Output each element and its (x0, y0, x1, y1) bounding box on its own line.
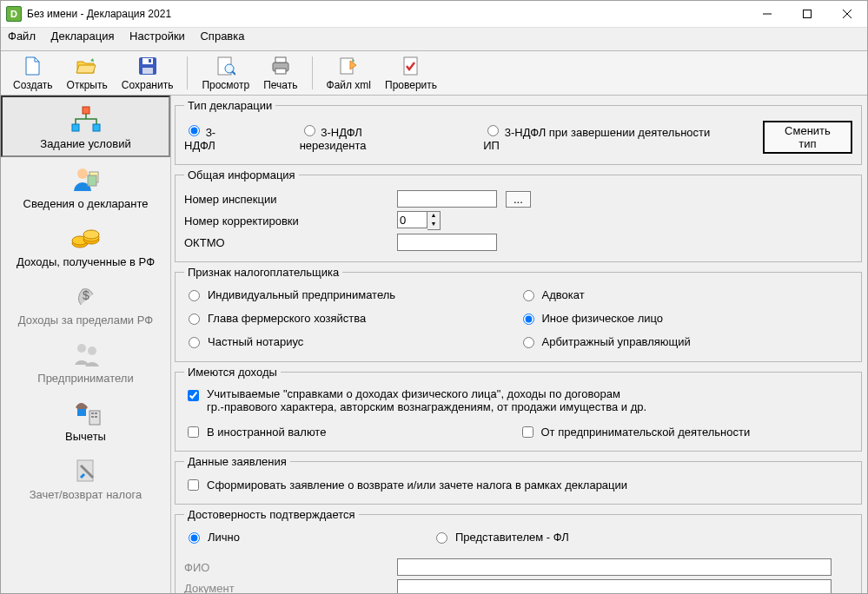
radio-other-individual[interactable]: Иное физическое лицо (519, 311, 664, 325)
nav-offset-label: Зачет/возврат налога (30, 488, 142, 501)
toolbar-save[interactable]: Сохранить (122, 55, 174, 91)
svg-rect-6 (142, 68, 153, 74)
toolbar-check[interactable]: Проверить (385, 55, 437, 91)
radio-arbitration[interactable]: Арбитражный управляющий (519, 334, 691, 348)
correction-spin-down[interactable]: ▼ (427, 221, 440, 229)
minimize-button[interactable] (747, 1, 787, 27)
nav-income-rf-label: Доходы, полученные в РФ (17, 255, 155, 268)
window-title: Без имени - Декларация 2021 (27, 8, 171, 20)
declarant-icon (69, 164, 103, 195)
radio-3ndfl[interactable]: 3-НДФЛ (184, 122, 246, 152)
close-button[interactable] (827, 1, 867, 27)
svg-rect-34 (91, 416, 94, 418)
change-type-button[interactable]: Сменить тип (763, 121, 852, 154)
nav-income-rf[interactable]: Доходы, полученные в РФ (1, 215, 170, 274)
menu-file[interactable]: Файл (8, 30, 36, 43)
app-icon: D (6, 6, 22, 22)
svg-rect-13 (275, 69, 286, 74)
nav-offset[interactable]: Зачет/возврат налога (1, 448, 170, 506)
new-file-icon (22, 55, 44, 77)
svg-rect-30 (77, 409, 86, 416)
open-folder-icon (76, 55, 98, 77)
check-income-certificates[interactable]: Учитываемые "справками о доходах физичес… (184, 387, 646, 413)
label-inspection: Номер инспекции (184, 193, 397, 206)
deductions-icon (69, 397, 103, 428)
group-taxpayer-type: Признак налогоплательщика Индивидуальный… (175, 266, 862, 362)
nav-declarant-label: Сведения о декларанте (23, 197, 149, 210)
content-area: Тип декларации 3-НДФЛ 3-НДФЛ нерезидента… (171, 96, 867, 593)
toolbar: Создать Открыть Сохранить Просмотр Печат… (1, 50, 867, 96)
input-document (397, 579, 832, 593)
body: Задание условий Сведения о декларанте До… (1, 96, 867, 593)
legend-declaration-type: Тип декларации (184, 99, 275, 112)
svg-rect-35 (95, 416, 97, 418)
label-oktmo: ОКТМО (184, 236, 397, 249)
correction-spin-up[interactable]: ▲ (427, 212, 440, 221)
svg-rect-32 (91, 412, 94, 414)
nav-deductions[interactable]: Вычеты (1, 390, 170, 448)
svg-text:$: $ (83, 288, 89, 302)
titlebar: D Без имени - Декларация 2021 (1, 1, 867, 28)
svg-point-26 (83, 230, 99, 239)
radio-lawyer[interactable]: Адвокат (519, 287, 585, 301)
svg-line-10 (232, 71, 235, 75)
pick-inspection-button[interactable]: ... (506, 191, 531, 208)
nav-deductions-label: Вычеты (65, 430, 106, 443)
nav-income-abroad[interactable]: $ Доходы за пределами РФ (1, 274, 170, 332)
svg-rect-16 (83, 107, 89, 114)
input-correction[interactable] (397, 211, 427, 228)
preview-icon (215, 55, 237, 77)
print-icon (269, 55, 292, 77)
label-correction: Номер корректировки (184, 214, 397, 228)
group-has-income: Имеются доходы Учитываемые "справками о … (175, 366, 862, 452)
radio-farm[interactable]: Глава фермерского хозяйства (184, 311, 366, 325)
offset-icon (69, 455, 103, 486)
nav-conditions[interactable]: Задание условий (1, 96, 170, 157)
menu-help[interactable]: Справка (200, 30, 244, 43)
svg-point-19 (77, 168, 88, 179)
legend-general: Общая информация (184, 168, 299, 182)
check-foreign-currency[interactable]: В иностранной валюте (184, 424, 326, 440)
label-fio: ФИО (184, 561, 397, 574)
toolbar-preview[interactable]: Просмотр (202, 55, 249, 91)
nav-entrepreneurs[interactable]: Предприниматели (1, 332, 170, 390)
save-icon (136, 55, 159, 77)
input-fio (397, 558, 832, 576)
svg-rect-12 (275, 57, 286, 63)
radio-3ndfl-nonres[interactable]: 3-НДФЛ нерезидента (300, 122, 429, 152)
toolbar-filexml[interactable]: Файл xml (327, 55, 372, 91)
maximize-button[interactable] (787, 1, 827, 27)
input-inspection[interactable] (397, 190, 497, 208)
radio-notary[interactable]: Частный нотариус (184, 334, 303, 348)
radio-3ndfl-ip-close[interactable]: 3-НДФЛ при завершении деятельности ИП (483, 122, 725, 152)
main-window: D Без имени - Декларация 2021 Файл Декла… (0, 0, 868, 594)
check-icon (400, 55, 422, 77)
nav-entrepreneurs-label: Предприниматели (37, 372, 133, 385)
input-oktmo[interactable] (397, 234, 497, 251)
menu-settings[interactable]: Настройки (129, 30, 185, 43)
radio-auth-self[interactable]: Лично (184, 530, 240, 544)
xml-file-icon (337, 55, 360, 77)
nav-conditions-label: Задание условий (40, 137, 130, 150)
svg-rect-5 (142, 58, 153, 64)
radio-auth-representative[interactable]: Представителем - ФЛ (432, 530, 569, 544)
conditions-icon (69, 104, 103, 135)
label-document: Документ (184, 582, 397, 594)
group-authenticity: Достоверность подтверждается Лично Предс… (175, 508, 862, 593)
entrepreneurs-icon (69, 339, 103, 370)
legend-auth: Достоверность подтверждается (184, 508, 359, 521)
toolbar-print[interactable]: Печать (263, 55, 297, 91)
svg-rect-7 (149, 59, 151, 63)
nav-declarant[interactable]: Сведения о декларанте (1, 157, 170, 215)
radio-ip[interactable]: Индивидуальный предприниматель (184, 287, 395, 301)
group-application-data: Данные заявления Сформировать заявление … (175, 455, 862, 505)
toolbar-create[interactable]: Создать (13, 55, 53, 91)
toolbar-open[interactable]: Открыть (67, 55, 108, 91)
check-entrepreneurial[interactable]: От предпринимательской деятельности (519, 424, 751, 440)
svg-rect-21 (88, 175, 96, 186)
menu-declaration[interactable]: Декларация (51, 30, 115, 43)
svg-point-28 (77, 344, 86, 353)
income-abroad-icon: $ (69, 280, 103, 312)
check-form-application[interactable]: Сформировать заявление о возврате и/или … (184, 477, 627, 493)
sidebar: Задание условий Сведения о декларанте До… (1, 96, 171, 593)
